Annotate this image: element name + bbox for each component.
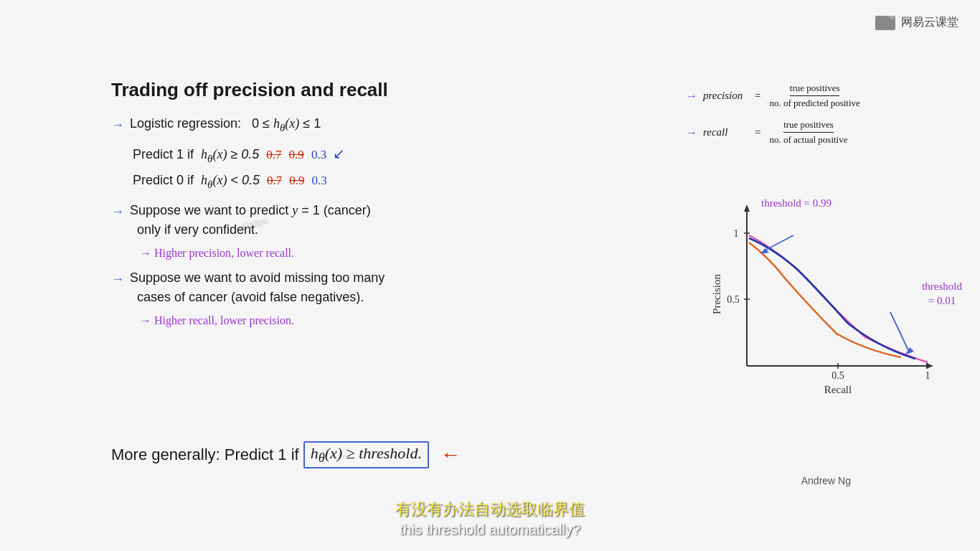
predict-0-line: Predict 0 if hθ(x) < 0.5 0.7 0.9 0.3 bbox=[133, 171, 606, 192]
precision-denominator: no. of predicted positive bbox=[769, 96, 859, 109]
precision-numerator: true positives bbox=[790, 83, 840, 96]
recall-denominator: no. of actual positive bbox=[769, 133, 847, 146]
main-container: 网易云课堂 Trading off precision and recall →… bbox=[0, 0, 980, 551]
svg-line-16 bbox=[763, 235, 793, 251]
annotation-threshold-high: threshold = 0.99 bbox=[761, 197, 831, 209]
bullet-avoid: → Suppose we want to avoid missing too m… bbox=[111, 268, 606, 307]
subtitle-english: this threshold automatically? bbox=[395, 522, 585, 538]
svg-text:Recall: Recall bbox=[824, 384, 852, 395]
precision-formula-row: → precision = true positives no. of pred… bbox=[686, 83, 958, 109]
svg-text:1: 1 bbox=[925, 370, 930, 381]
svg-line-18 bbox=[890, 312, 908, 350]
arrow-icon-1: → bbox=[111, 116, 124, 135]
arrow-icon-2: → bbox=[111, 202, 124, 222]
subtitle-chinese: 有没有办法自动选取临界值 bbox=[395, 499, 585, 520]
svg-marker-4 bbox=[744, 204, 750, 212]
precision-fraction: true positives no. of predicted positive bbox=[769, 83, 859, 109]
formula-arrow-recall: → bbox=[686, 126, 697, 139]
svg-text:0.5: 0.5 bbox=[727, 294, 740, 305]
svg-text:0.5: 0.5 bbox=[831, 370, 844, 381]
logo-area: 网易云课堂 bbox=[874, 13, 958, 32]
predict-1-line: Predict 1 if hθ(x) ≥ 0.5 0.7 0.9 0.3 ↙ bbox=[133, 143, 606, 166]
right-formula-panel: → precision = true positives no. of pred… bbox=[686, 83, 958, 156]
bottom-formula-text: More generally: Predict 1 if bbox=[111, 446, 299, 464]
precision-recall-chart: threshold = 0.99 threshold = 0.01 1 0.5 … bbox=[707, 194, 966, 416]
recall-fraction: true positives no. of actual positive bbox=[769, 119, 847, 146]
bullet-logistic-text: Logistic regression: 0 ≤ hθ(x) ≤ 1 bbox=[130, 114, 321, 136]
logo-text: 网易云课堂 bbox=[901, 15, 958, 30]
left-content: Trading off precision and recall → Logis… bbox=[111, 79, 606, 333]
arrow-icon-3: → bbox=[111, 270, 124, 289]
math-h: hθ(x) ≥ threshold. bbox=[311, 444, 422, 466]
recall-numerator: true positives bbox=[783, 119, 834, 133]
bullet-avoid-text: Suppose we want to avoid missing too man… bbox=[130, 268, 385, 307]
bullet-logistic: → Logistic regression: 0 ≤ hθ(x) ≤ 1 bbox=[111, 114, 606, 136]
bottom-formula-area: More generally: Predict 1 if hθ(x) ≥ thr… bbox=[111, 441, 461, 468]
svg-text:1: 1 bbox=[734, 228, 739, 239]
slide-title: Trading off precision and recall bbox=[111, 79, 606, 101]
recall-formula-row: → recall = true positives no. of actual … bbox=[686, 119, 958, 146]
red-left-arrow: ← bbox=[440, 443, 461, 466]
annotation-threshold-low: threshold = 0.01 bbox=[922, 280, 962, 308]
bullet-cancer: → Suppose we want to predict y = 1 (canc… bbox=[111, 201, 606, 240]
sub-arrow-recall: → Higher recall, lower precision. bbox=[140, 314, 606, 327]
svg-marker-19 bbox=[905, 347, 914, 354]
logo-icon bbox=[874, 13, 897, 32]
boxed-formula: hθ(x) ≥ threshold. bbox=[303, 441, 429, 468]
precision-label: precision bbox=[703, 90, 746, 102]
sub-arrow-precision: → Higher precision, lower recall. bbox=[140, 247, 606, 260]
subtitle-area: 有没有办法自动选取临界值 this threshold automaticall… bbox=[395, 499, 585, 538]
svg-text:Precision: Precision bbox=[711, 274, 722, 314]
recall-label: recall bbox=[703, 126, 746, 138]
author-label: Andrew Ng bbox=[801, 475, 851, 486]
formula-arrow-precision: → bbox=[686, 90, 697, 103]
